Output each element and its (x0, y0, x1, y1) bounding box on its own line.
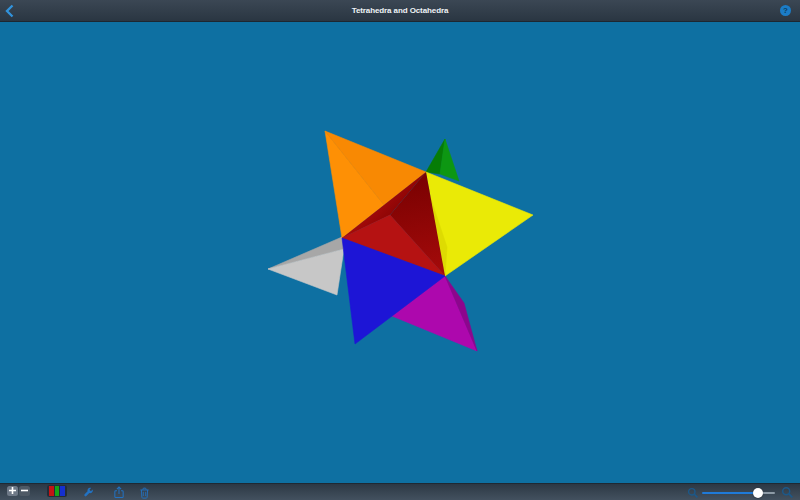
minus-icon (20, 486, 29, 495)
chevron-left-icon (7, 5, 13, 16)
bottom-toolbar (0, 483, 800, 500)
share-button[interactable] (110, 484, 128, 500)
remove-button[interactable] (19, 486, 30, 496)
question-mark-icon: ? (783, 7, 788, 15)
back-button[interactable] (4, 3, 16, 19)
palette-stripe-0 (49, 486, 54, 496)
share-icon (113, 486, 125, 499)
window-title: Tetrahedra and Octahedra (352, 6, 449, 15)
help-button[interactable]: ? (780, 5, 791, 16)
zoom-slider-fill (702, 492, 758, 495)
plus-icon (8, 486, 17, 495)
palette-stripe-1 (55, 486, 60, 496)
magnifier-plus-icon (781, 486, 794, 499)
zoom-out-button[interactable] (684, 484, 702, 500)
delete-button[interactable] (135, 484, 153, 500)
polyhedron-figure[interactable] (0, 22, 800, 483)
model-canvas[interactable] (0, 22, 800, 483)
colors-button[interactable] (47, 485, 67, 498)
zoom-slider-thumb[interactable] (753, 488, 764, 499)
magnifier-minus-icon (687, 487, 699, 499)
tools-button[interactable] (80, 484, 98, 500)
wrench-icon (83, 487, 94, 498)
zoom-in-button[interactable] (778, 484, 796, 500)
palette-stripe-2 (60, 486, 65, 496)
title-bar: Tetrahedra and Octahedra ? (0, 0, 800, 22)
add-button[interactable] (7, 486, 18, 496)
trash-icon (139, 487, 150, 499)
